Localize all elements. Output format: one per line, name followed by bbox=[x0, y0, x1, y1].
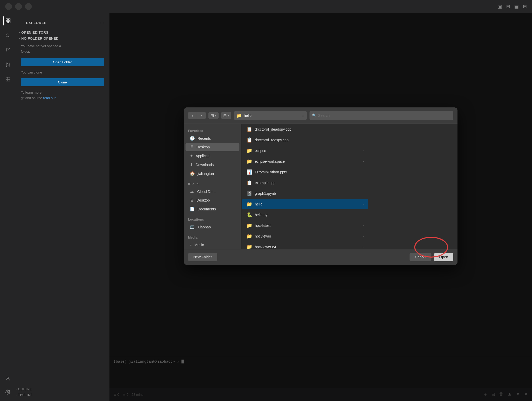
timeline-header[interactable]: › TIMELINE bbox=[16, 392, 109, 398]
sidebar-item-jialiangtan[interactable]: 🏠 jialiangtan bbox=[185, 169, 239, 178]
grid-view-toggle[interactable]: ⊟ ▾ bbox=[221, 112, 231, 119]
sidebar-item-desktop[interactable]: 🖥 Desktop bbox=[185, 143, 239, 151]
file-name: hello bbox=[255, 202, 360, 206]
minimize-button[interactable] bbox=[15, 3, 22, 10]
list-item[interactable]: 🐍 hello.py bbox=[242, 210, 368, 220]
sidebar-item-icloud-desktop[interactable]: 🖥 Desktop bbox=[185, 196, 239, 204]
source-control-icon[interactable] bbox=[3, 45, 13, 55]
list-item[interactable]: 📋 example.cpp bbox=[242, 178, 368, 188]
run-icon[interactable] bbox=[3, 60, 13, 69]
search-icon[interactable] bbox=[3, 31, 13, 40]
applications-label: Applicati... bbox=[196, 154, 213, 158]
clone-button[interactable]: Clone bbox=[21, 78, 104, 86]
sidebar-item-recents[interactable]: 🕐 Recents bbox=[185, 134, 239, 143]
folder-icon: 📁 bbox=[246, 233, 252, 239]
titlebar-icons: ▣ ⊟ ▣ ⊞ bbox=[498, 4, 527, 9]
file-icon: 🐍 bbox=[246, 212, 252, 218]
chevron-right-icon: › bbox=[363, 149, 364, 153]
grid-icon[interactable]: ⊞ bbox=[523, 4, 527, 9]
list-item[interactable]: 📊 ErrorsInPython.pptx bbox=[242, 167, 368, 177]
maximize-button[interactable] bbox=[25, 3, 32, 10]
recents-icon: 🕐 bbox=[190, 136, 195, 141]
extensions-icon[interactable] bbox=[3, 75, 13, 84]
svg-point-10 bbox=[7, 377, 9, 379]
favorites-section: Favorites 🕐 Recents 🖥 Desktop ✈ bbox=[184, 127, 241, 180]
list-item[interactable]: 📓 graph1.ipynb bbox=[242, 188, 368, 199]
back-button[interactable]: ‹ bbox=[188, 112, 197, 119]
nav-button-group: ‹ › bbox=[188, 112, 206, 119]
file-icon: 📋 bbox=[246, 137, 252, 143]
no-folder-header[interactable]: › NO FOLDER OPENED bbox=[16, 35, 109, 41]
list-item[interactable]: 📁 hpcviewer.e4 › bbox=[242, 242, 368, 249]
layout2-icon[interactable]: ⊟ bbox=[506, 4, 510, 9]
file-name: hpcviewer bbox=[255, 234, 360, 238]
icloud-desktop-icon: 🖥 bbox=[190, 198, 194, 203]
home-icon: 🏠 bbox=[190, 171, 195, 176]
list-item[interactable]: 📁 eclipse-workspace › bbox=[242, 156, 368, 167]
cancel-button[interactable]: Cancel bbox=[410, 253, 431, 261]
file-icon: 📓 bbox=[246, 191, 252, 196]
svg-point-1 bbox=[6, 48, 7, 49]
layout1-icon[interactable]: ▣ bbox=[498, 4, 502, 9]
list-item[interactable]: 📁 hpcviewer › bbox=[242, 231, 368, 241]
sidebar-item-documents[interactable]: 📄 Documents bbox=[185, 205, 239, 213]
read-our-link[interactable]: read our bbox=[43, 96, 55, 100]
file-name: drcctprof_deadspy.cpp bbox=[255, 127, 364, 131]
documents-label: Documents bbox=[197, 207, 216, 211]
sidebar-item-music[interactable]: ♪ Music bbox=[185, 241, 239, 249]
close-button[interactable] bbox=[5, 3, 12, 10]
file-name: eclipse bbox=[255, 149, 360, 153]
list-item[interactable]: 📋 drcctprof_redspy.cpp bbox=[242, 135, 368, 145]
open-editors-header[interactable]: › OPEN EDITORS bbox=[16, 29, 109, 35]
column-view-icon: ⊞ bbox=[211, 113, 214, 118]
new-folder-button[interactable]: New Folder bbox=[188, 253, 217, 261]
sidebar-description: You have not yet opened a folder. bbox=[16, 41, 109, 57]
applications-icon: ✈ bbox=[190, 153, 193, 158]
sidebar-item-applications[interactable]: ✈ Applicati... bbox=[185, 151, 239, 160]
outline-header[interactable]: › OUTLINE bbox=[16, 386, 109, 392]
list-item-hello[interactable]: 📁 hello › bbox=[242, 199, 368, 209]
documents-icon: 📄 bbox=[190, 206, 195, 211]
recents-label: Recents bbox=[197, 136, 211, 141]
location-bar[interactable]: 📁 hello ⌄ bbox=[234, 111, 307, 120]
forward-button[interactable]: › bbox=[197, 112, 206, 119]
account-icon[interactable] bbox=[3, 374, 13, 383]
file-name: ErrorsInPython.pptx bbox=[255, 170, 364, 174]
file-name: hpc-latest bbox=[255, 223, 360, 228]
folder-icon: 📁 bbox=[246, 159, 252, 164]
file-picker-dialog: ‹ › ⊞ ▾ ⊟ ▾ 📁 hello ⌄ bbox=[184, 107, 457, 265]
sidebar-more-icon[interactable]: ··· bbox=[100, 20, 104, 26]
svg-point-0 bbox=[6, 34, 9, 37]
favorites-header: Favorites bbox=[184, 128, 241, 134]
folder-icon: 📁 bbox=[246, 201, 252, 207]
icloud-section: iCloud ☁ iCloud Dri... 🖥 Desktop 📄 bbox=[184, 180, 241, 216]
svg-rect-8 bbox=[6, 80, 8, 81]
list-item[interactable]: 📋 drcctprof_deadspy.cpp bbox=[242, 124, 368, 135]
open-folder-button[interactable]: Open Folder bbox=[21, 58, 104, 66]
sidebar-item-downloads[interactable]: ⬇ Downloads bbox=[185, 160, 239, 169]
grid-view-icon: ⊟ bbox=[223, 113, 227, 118]
media-header: Media bbox=[184, 235, 241, 240]
sidebar-item-icloud-drive[interactable]: ☁ iCloud Dri... bbox=[185, 187, 239, 196]
list-item[interactable]: 📁 eclipse › bbox=[242, 145, 368, 156]
search-input[interactable] bbox=[318, 113, 451, 118]
settings-icon[interactable] bbox=[3, 387, 13, 397]
chevron-right-icon: › bbox=[363, 245, 364, 249]
location-chevron-icon: ⌄ bbox=[302, 114, 304, 117]
media-section: Media ♪ Music bbox=[184, 234, 241, 249]
open-button[interactable]: Open bbox=[434, 253, 453, 261]
folder-icon: 📁 bbox=[237, 113, 242, 118]
folder-icon: 📁 bbox=[246, 148, 252, 154]
column-view-toggle[interactable]: ⊞ ▾ bbox=[208, 112, 219, 119]
icloud-header: iCloud bbox=[184, 181, 241, 187]
file-name: hpcviewer.e4 bbox=[255, 245, 360, 249]
sidebar-panel: Favorites 🕐 Recents 🖥 Desktop ✈ bbox=[184, 124, 241, 249]
chevron-right-icon: › bbox=[363, 160, 364, 163]
sidebar-item-xiaohao[interactable]: 💻 Xiaohao bbox=[185, 223, 239, 231]
explorer-icon[interactable] bbox=[3, 16, 13, 26]
list-item[interactable]: 📁 hpc-latest › bbox=[242, 220, 368, 231]
icloud-drive-label: iCloud Dri... bbox=[196, 190, 215, 194]
downloads-icon: ⬇ bbox=[190, 162, 193, 167]
svg-point-3 bbox=[9, 48, 9, 49]
layout3-icon[interactable]: ▣ bbox=[514, 4, 519, 9]
